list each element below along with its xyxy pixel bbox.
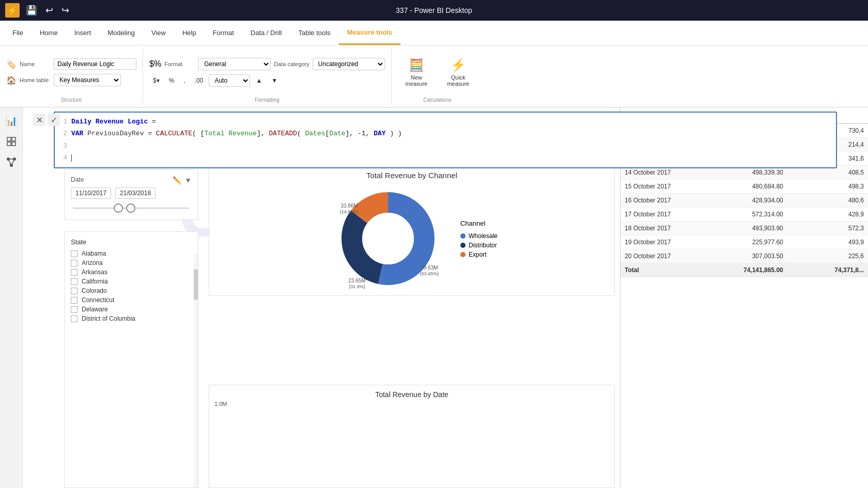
svg-text:10.86M: 10.86M [340, 203, 358, 209]
menu-home[interactable]: Home [32, 21, 66, 45]
date-slider[interactable] [73, 203, 190, 213]
name-input[interactable] [54, 58, 136, 70]
cell-total-9: 307,003.50 [707, 249, 787, 263]
state-arizona[interactable]: Arizona [71, 259, 192, 266]
state-scrollbar[interactable] [194, 254, 198, 487]
home-table-select[interactable]: Key Measures [54, 74, 121, 86]
auto-select[interactable]: Auto [209, 74, 250, 87]
donut-svg: 23.65M (31.9%) 10.86M (14.65%) 39.63M (5… [326, 187, 450, 290]
decimal-btn[interactable]: .00 [191, 74, 207, 87]
state-label-colorado: Colorado [82, 287, 107, 294]
state-label-arkansas: Arkansas [82, 269, 107, 276]
menu-modeling[interactable]: Modeling [99, 21, 143, 45]
quick-measure-icon: ⚡ [451, 58, 466, 72]
total-daily: 74,371,8... [787, 263, 868, 277]
date-end-input[interactable]: 21/03/2018 [115, 187, 156, 199]
model-view-icon[interactable] [2, 153, 21, 171]
state-california[interactable]: California [71, 278, 192, 285]
state-checkbox-colorado[interactable] [71, 288, 78, 294]
menu-table-tools[interactable]: Table tools [290, 21, 338, 45]
line-num-1: 1 [59, 116, 67, 128]
dollar-btn[interactable]: $▾ [149, 74, 163, 87]
undo-button[interactable]: ↩ [43, 3, 55, 18]
formula-cancel-button[interactable]: ✕ [33, 114, 45, 126]
svg-line-8 [8, 159, 11, 165]
data-category-select[interactable]: Uncategorized [313, 58, 385, 70]
state-checkbox-california[interactable] [71, 278, 78, 285]
filter-chevron-icon[interactable]: ▼ [184, 176, 192, 184]
slider-thumb-right[interactable] [126, 203, 135, 213]
menu-format[interactable]: Format [205, 21, 242, 45]
percent-btn[interactable]: % [165, 74, 178, 87]
ribbon-formatting-group: $% Format General Data category Uncatego… [143, 48, 392, 105]
svg-rect-0 [7, 137, 11, 141]
state-checkbox-alabama[interactable] [71, 250, 78, 257]
cell-date-6: 17 October 2017 [621, 208, 707, 222]
state-checkbox-delaware[interactable] [71, 306, 78, 313]
menu-measure-tools[interactable]: Measure tools [339, 21, 400, 45]
menu-help[interactable]: Help [174, 21, 205, 45]
cell-total-8: 225,977.60 [707, 235, 787, 249]
state-connecticut[interactable]: Connecticut [71, 296, 192, 304]
revenue-date-chart: Total Revenue by Date 1.0M [209, 385, 615, 488]
report-view-icon[interactable]: 📊 [2, 112, 21, 130]
svg-rect-3 [12, 142, 16, 146]
state-delaware[interactable]: Delaware [71, 306, 192, 313]
data-view-icon[interactable] [2, 132, 21, 151]
menu-insert[interactable]: Insert [66, 21, 100, 45]
comma-btn[interactable]: , [180, 74, 189, 87]
new-measure-button[interactable]: 🧮 New measure [398, 54, 436, 90]
line-num-2: 2 [59, 128, 67, 139]
sidebar-icons: 📊 [0, 107, 23, 488]
date-start-input[interactable]: 11/10/2017 [71, 187, 111, 199]
slider-thumb-left[interactable] [114, 203, 123, 213]
state-alabama[interactable]: Alabama [71, 250, 192, 257]
filter-eraser-icon[interactable]: ✏️ [173, 176, 181, 184]
menu-file[interactable]: File [4, 21, 32, 45]
channel-legend-title: Channel [460, 219, 498, 227]
state-colorado[interactable]: Colorado [71, 287, 192, 294]
total-revenue: 74,141,865.00 [707, 263, 787, 277]
menu-bar: File Home Insert Modeling View Help Form… [0, 21, 868, 45]
table-row: 16 October 2017 428,934.00 480,6 [621, 194, 868, 208]
state-checkbox-arkansas[interactable] [71, 269, 78, 276]
state-label-dc: District of Columbia [82, 315, 135, 322]
state-scrollbar-thumb[interactable] [194, 269, 198, 300]
increment-btn[interactable]: ▲ [252, 74, 266, 87]
window-title: 337 - Power BI Desktop [396, 6, 472, 14]
state-arkansas[interactable]: Arkansas [71, 269, 192, 276]
state-label-california: California [82, 278, 108, 285]
table-row: 15 October 2017 480,684.80 498,3 [621, 180, 868, 194]
decrement-btn[interactable]: ▼ [268, 74, 281, 87]
state-checkbox-dc[interactable] [71, 316, 78, 322]
state-label-connecticut: Connecticut [82, 296, 114, 304]
quick-measure-button[interactable]: ⚡ Quick measure [439, 54, 477, 90]
state-checkbox-connecticut[interactable] [71, 297, 78, 304]
state-checkbox-arizona[interactable] [71, 260, 78, 266]
redo-button[interactable]: ↪ [59, 3, 71, 18]
ribbon-structure-group: 🏷️ Name 🏠 Home table Key Measures Struct… [0, 48, 143, 105]
formula-controls: ✕ ✓ [33, 114, 60, 126]
canvas: ✕ ✓ 1 Daily Revenue Logic = 2 VAR Previo… [23, 107, 868, 488]
menu-view[interactable]: View [143, 21, 174, 45]
formula-bar[interactable]: 1 Daily Revenue Logic = 2 VAR PreviousDa… [54, 112, 837, 168]
formula-confirm-button[interactable]: ✓ [48, 114, 60, 126]
total-label: Total [621, 263, 707, 277]
revenue-date-title: Total Revenue by Date [214, 390, 609, 399]
state-dc[interactable]: District of Columbia [71, 315, 192, 322]
svg-point-13 [362, 213, 414, 264]
channel-export: Export [460, 251, 498, 258]
format-select[interactable]: General [198, 58, 271, 70]
new-measure-icon: 🧮 [409, 58, 424, 72]
distributor-dot [460, 243, 466, 248]
svg-text:(14.65%): (14.65%) [340, 209, 359, 214]
menu-data-drill[interactable]: Data / Drill [242, 21, 290, 45]
state-label-delaware: Delaware [82, 306, 108, 313]
formula-code[interactable]: 1 Daily Revenue Logic = 2 VAR PreviousDa… [57, 115, 834, 165]
app-icon: ⚡ [5, 3, 20, 18]
date-filter: ✏️ ▼ Date 11/10/2017 21/03/2018 [64, 169, 198, 220]
cell-total-5: 428,934.00 [707, 194, 787, 208]
save-button[interactable]: 💾 [24, 3, 39, 18]
svg-text:23.65M: 23.65M [348, 278, 365, 284]
name-label: Name [20, 61, 51, 67]
